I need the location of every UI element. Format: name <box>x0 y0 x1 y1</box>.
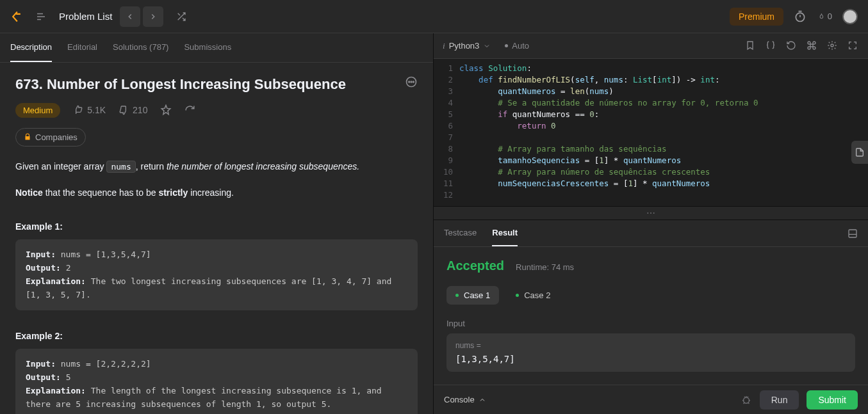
share-button[interactable] <box>184 105 195 116</box>
more-icon[interactable] <box>405 76 418 88</box>
tab-submissions[interactable]: Submissions <box>184 33 231 62</box>
dislikes-count: 210 <box>133 105 147 115</box>
difficulty-badge: Medium <box>15 103 60 118</box>
companies-button[interactable]: Companies <box>15 128 86 147</box>
likes-button[interactable]: 5.1K <box>73 105 106 115</box>
result-panel: Testcase Result Accepted Runtime: 74 ms … <box>434 219 868 385</box>
nums-value: [1,3,5,4,7] <box>455 354 846 364</box>
runtime-label: Runtime: 74 ms <box>516 262 574 272</box>
submit-button[interactable]: Submit <box>807 390 858 410</box>
auto-indicator[interactable]: Auto <box>505 41 529 51</box>
shuffle-icon[interactable] <box>171 6 192 27</box>
settings-icon[interactable] <box>827 40 839 52</box>
shortcuts-icon[interactable] <box>807 40 818 52</box>
svg-point-4 <box>413 81 414 83</box>
language-selector[interactable]: i Python3 <box>443 41 491 51</box>
nums-label: nums = <box>455 341 846 350</box>
line-gutter: 123456789101112 <box>434 63 459 206</box>
prev-problem-button[interactable] <box>120 6 140 27</box>
input-section-label: Input <box>446 319 855 328</box>
footer: Console Run Submit <box>434 385 868 414</box>
premium-button[interactable]: Premium <box>730 8 783 26</box>
dislikes-button[interactable]: 210 <box>119 105 147 115</box>
panel-resize-handle[interactable]: ⋯ <box>434 206 868 219</box>
next-problem-button[interactable] <box>143 6 163 27</box>
tab-result[interactable]: Result <box>492 220 518 246</box>
code-editor[interactable]: 123456789101112 class Solution: def find… <box>434 59 868 206</box>
menu-toggle-icon[interactable] <box>31 6 51 27</box>
result-body: Accepted Runtime: 74 ms Case 1 Case 2 In… <box>434 247 868 385</box>
logo-icon[interactable] <box>10 10 23 23</box>
braces-icon[interactable] <box>766 40 777 52</box>
tab-solutions[interactable]: Solutions (787) <box>113 33 168 62</box>
tab-editorial[interactable]: Editorial <box>67 33 97 62</box>
tabs-row: Description Editorial Solutions (787) Su… <box>0 33 433 63</box>
right-panel: i Python3 Auto 123456789101112 <box>434 33 868 414</box>
problem-title: 673. Number of Longest Increasing Subseq… <box>15 76 346 94</box>
editor-header: i Python3 Auto <box>434 33 868 59</box>
fullscreen-icon[interactable] <box>848 40 859 52</box>
streak-icon[interactable]: 0 <box>818 10 832 24</box>
topbar-right: Premium 0 <box>730 8 858 26</box>
left-panel: Description Editorial Solutions (787) Su… <box>0 33 434 414</box>
likes-count: 5.1K <box>87 105 106 115</box>
reset-icon[interactable] <box>786 40 798 52</box>
example1-box: Input: nums = [1,3,5,4,7] Output: 2 Expl… <box>15 239 418 310</box>
streak-count: 0 <box>828 12 832 21</box>
bookmark-icon[interactable] <box>745 40 757 52</box>
timer-icon[interactable] <box>794 10 808 24</box>
example2-label: Example 2: <box>15 331 418 341</box>
case-1-button[interactable]: Case 1 <box>446 286 499 305</box>
description-text: Given an integer array nums, return the … <box>15 159 418 202</box>
notes-tab-icon[interactable] <box>851 141 868 164</box>
input-value-box: nums = [1,3,5,4,7] <box>446 333 855 372</box>
svg-point-5 <box>831 44 833 47</box>
tab-testcase[interactable]: Testcase <box>444 220 477 246</box>
nav-group <box>120 6 163 27</box>
run-button[interactable]: Run <box>760 390 799 410</box>
topbar: Problem List Premium 0 <box>0 0 868 33</box>
avatar[interactable] <box>842 9 858 24</box>
lock-icon <box>24 133 31 141</box>
debug-icon[interactable] <box>741 394 752 406</box>
meta-row: Medium 5.1K 210 <box>15 103 418 118</box>
companies-label: Companies <box>35 132 78 142</box>
layout-icon[interactable] <box>848 228 858 239</box>
problem-list-label[interactable]: Problem List <box>59 11 112 22</box>
example2-box: Input: nums = [2,2,2,2,2] Output: 5 Expl… <box>15 349 418 414</box>
tab-description[interactable]: Description <box>10 33 52 62</box>
console-toggle[interactable]: Console <box>444 395 486 404</box>
case-2-button[interactable]: Case 2 <box>507 286 559 305</box>
result-tabs: Testcase Result <box>434 220 868 247</box>
example1-label: Example 1: <box>15 221 418 232</box>
svg-point-2 <box>409 81 410 83</box>
code-lines: class Solution: def findNumberOfLIS(self… <box>459 63 868 206</box>
favorite-button[interactable] <box>160 104 172 116</box>
svg-point-3 <box>411 81 412 83</box>
accepted-label: Accepted <box>446 259 504 273</box>
problem-body: 673. Number of Longest Increasing Subseq… <box>0 63 433 414</box>
svg-rect-6 <box>849 230 856 237</box>
